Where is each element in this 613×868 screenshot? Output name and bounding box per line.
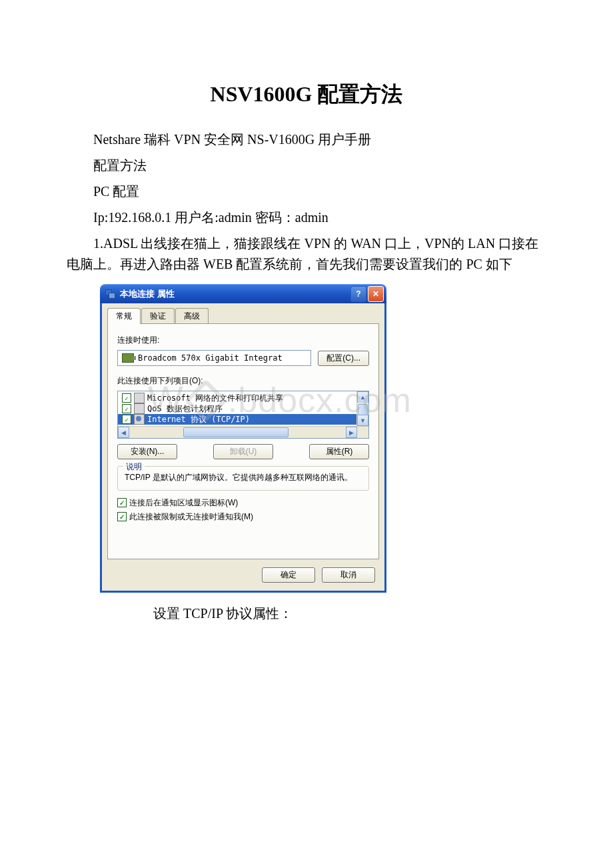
list-item[interactable]: ✓ Microsoft 网络的文件和打印机共享 xyxy=(118,393,356,403)
service-icon xyxy=(134,393,145,403)
scroll-corner xyxy=(357,427,368,438)
tab-strip: 常规 验证 高级 xyxy=(107,308,379,324)
uninstall-button: 卸载(U) xyxy=(213,444,273,459)
scroll-up-icon[interactable]: ▲ xyxy=(357,391,368,403)
show-icon-checkbox-row[interactable]: ✓ 连接后在通知区域显示图标(W) xyxy=(117,497,369,509)
scroll-right-icon[interactable]: ▶ xyxy=(346,427,357,438)
properties-button[interactable]: 属性(R) xyxy=(309,444,369,459)
figure-caption: 设置 TCP/IP 协议属性： xyxy=(153,605,546,623)
items-label: 此连接使用下列项目(O): xyxy=(117,375,369,387)
tab-general[interactable]: 常规 xyxy=(107,308,141,324)
checkbox-icon[interactable]: ✓ xyxy=(122,393,131,403)
notify-checkbox-row[interactable]: ✓ 此连接被限制或无连接时通知我(M) xyxy=(117,511,369,523)
service-icon xyxy=(134,403,145,414)
list-item[interactable]: ✓ Internet 协议 (TCP/IP) xyxy=(118,414,356,425)
connect-using-label: 连接时使用: xyxy=(117,335,369,346)
show-icon-label: 连接后在通知区域显示图标(W) xyxy=(129,497,238,509)
subtitle-line: Netshare 瑞科 VPN 安全网 NS-V1600G 用户手册 xyxy=(67,129,546,150)
list-item-label: QoS 数据包计划程序 xyxy=(147,403,223,415)
credentials-line: Ip:192.168.0.1 用户名:admin 密码：admin xyxy=(67,207,546,228)
connection-icon xyxy=(105,289,116,299)
page-title: NSV1600G 配置方法 xyxy=(67,80,546,109)
connection-items-listbox[interactable]: ✓ Microsoft 网络的文件和打印机共享 ✓ QoS 数据包计划程序 ✓ xyxy=(117,391,369,439)
help-button[interactable]: ? xyxy=(350,286,366,302)
dialog-titlebar[interactable]: 本地连接 属性 ? ✕ xyxy=(100,284,386,303)
list-item-label: Microsoft 网络的文件和打印机共享 xyxy=(147,393,283,404)
adapter-field: Broadcom 570x Gigabit Integrat xyxy=(117,350,311,366)
notify-label: 此连接被限制或无连接时通知我(M) xyxy=(129,511,253,523)
section-line-2: PC 配置 xyxy=(67,181,546,202)
install-button[interactable]: 安装(N)... xyxy=(117,444,177,459)
section-line-1: 配置方法 xyxy=(67,155,546,176)
cancel-button[interactable]: 取消 xyxy=(322,567,375,583)
checkbox-icon[interactable]: ✓ xyxy=(122,404,131,413)
checkbox-icon[interactable]: ✓ xyxy=(122,415,131,424)
configure-button[interactable]: 配置(C)... xyxy=(318,351,369,366)
checkbox-icon[interactable]: ✓ xyxy=(117,512,127,521)
nic-icon xyxy=(122,353,134,363)
tab-general-pane: W.bdocx.com 连接时使用: Broadcom 570x Gigabit… xyxy=(107,323,379,559)
scroll-thumb[interactable] xyxy=(183,427,289,437)
checkbox-icon[interactable]: ✓ xyxy=(117,498,127,507)
close-button[interactable]: ✕ xyxy=(368,286,384,302)
scroll-left-icon[interactable]: ◀ xyxy=(118,427,129,438)
adapter-name: Broadcom 570x Gigabit Integrat xyxy=(138,353,283,363)
list-item[interactable]: ✓ QoS 数据包计划程序 xyxy=(118,403,356,414)
horizontal-scrollbar[interactable]: ◀ ▶ xyxy=(118,426,368,438)
description-text: TCP/IP 是默认的广域网协议。它提供跨越多种互联网络的通讯。 xyxy=(125,472,362,483)
dialog-title: 本地连接 属性 xyxy=(120,288,349,300)
scroll-down-icon[interactable]: ▼ xyxy=(357,415,368,426)
tab-advanced[interactable]: 高级 xyxy=(175,308,209,324)
description-group-label: 说明 xyxy=(123,461,145,473)
ok-button[interactable]: 确定 xyxy=(262,567,315,583)
list-item-label: Internet 协议 (TCP/IP) xyxy=(147,414,250,425)
vertical-scrollbar[interactable]: ▲ ▼ xyxy=(356,391,368,426)
description-groupbox: 说明 TCP/IP 是默认的广域网协议。它提供跨越多种互联网络的通讯。 xyxy=(117,466,369,491)
tab-auth[interactable]: 验证 xyxy=(141,308,175,324)
instructions-paragraph: 1.ADSL 出线接在猫上，猫接跟线在 VPN 的 WAN 口上，VPN的 LA… xyxy=(67,233,546,275)
local-connection-properties-dialog: 本地连接 属性 ? ✕ 常规 验证 高级 W.bdocx.com 连接时使用: … xyxy=(100,284,386,593)
protocol-icon xyxy=(134,414,145,425)
